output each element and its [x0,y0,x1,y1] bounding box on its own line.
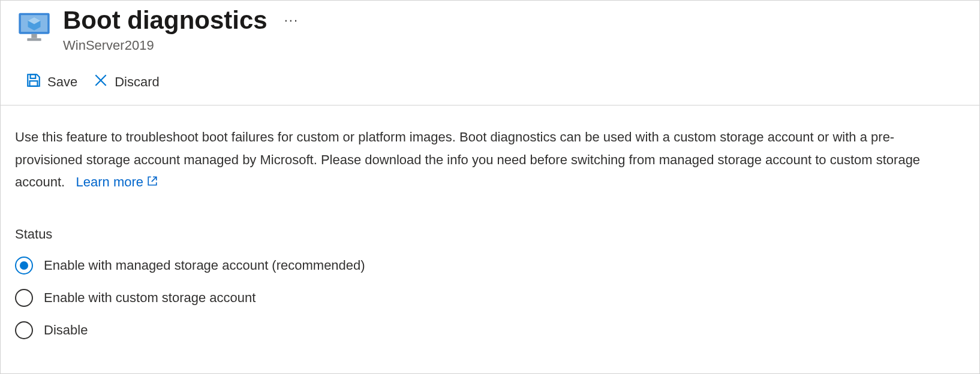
status-radio-group: Enable with managed storage account (rec… [15,249,965,346]
radio-icon [15,289,33,307]
radio-icon [15,257,33,275]
status-label: Status [15,227,965,242]
content-area: Use this feature to troubleshoot boot fa… [1,105,979,346]
discard-button[interactable]: Discard [93,73,160,92]
learn-more-label: Learn more [76,171,144,193]
radio-label: Enable with managed storage account (rec… [44,258,365,273]
radio-label: Enable with custom storage account [44,290,255,306]
more-actions-button[interactable]: ··· [284,13,299,28]
resource-name: WinServer2019 [63,38,299,53]
radio-label: Disable [44,322,88,338]
svg-rect-6 [31,74,36,79]
page-header: Boot diagnostics ··· WinServer2019 [1,1,979,58]
toolbar: Save Discard [1,58,979,105]
svg-rect-5 [27,38,41,41]
svg-rect-7 [30,81,38,86]
radio-option-disable[interactable]: Disable [15,314,965,346]
radio-icon [15,321,33,339]
save-label: Save [47,74,77,90]
external-link-icon [147,171,158,193]
svg-line-10 [152,177,157,182]
learn-more-link[interactable]: Learn more [76,171,158,193]
radio-option-custom[interactable]: Enable with custom storage account [15,282,965,314]
description-text: Use this feature to troubleshoot boot fa… [15,126,951,193]
discard-label: Discard [115,74,160,90]
close-icon [93,73,109,92]
save-icon [26,73,41,92]
boot-diagnostics-panel: Boot diagnostics ··· WinServer2019 Save [0,0,980,374]
radio-option-managed[interactable]: Enable with managed storage account (rec… [15,249,965,282]
page-title: Boot diagnostics [63,7,267,34]
svg-rect-4 [31,34,37,38]
vm-icon [17,10,51,44]
save-button[interactable]: Save [26,73,77,92]
